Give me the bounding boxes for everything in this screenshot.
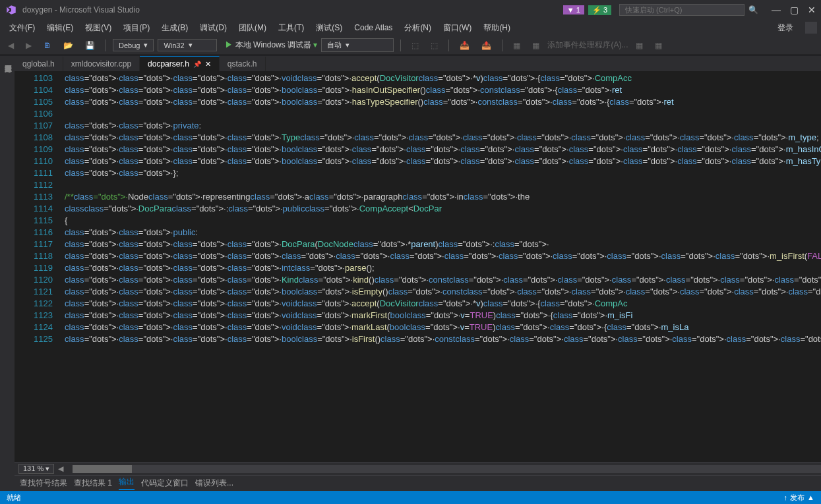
status-ready: 就绪 — [7, 493, 784, 503]
close-button[interactable]: ✕ — [808, 5, 816, 15]
code-content[interactable]: class="dots">·class="dots">·class="dots"… — [61, 71, 821, 462]
publish-button[interactable]: ↑ 发布 ▲ — [784, 493, 814, 503]
tool-icon-4[interactable]: 📤 — [477, 40, 495, 51]
menu-analyze[interactable]: 分析(N) — [399, 20, 437, 36]
h-scrollbar[interactable] — [73, 465, 821, 473]
avatar[interactable] — [805, 22, 817, 34]
notification-flag-badge[interactable]: ▼ 1 — [563, 5, 584, 14]
side-tool-tabs[interactable]: 数据库对象资源管理器 — [0, 55, 15, 491]
menu-help[interactable]: 帮助(H) — [478, 20, 516, 36]
menu-window[interactable]: 窗口(W) — [438, 20, 477, 36]
menu-file[interactable]: 文件(F) — [4, 20, 40, 36]
output-tab[interactable]: 输出 — [119, 476, 135, 490]
menu-build[interactable]: 生成(B) — [156, 20, 193, 36]
editor-pane: qglobal.hxmldocvisitor.cppdocparser.h📌✕q… — [15, 55, 821, 491]
maximize-button[interactable]: ▢ — [790, 5, 799, 15]
config-dropdown[interactable]: Debug ▾ — [113, 39, 154, 51]
output-tab[interactable]: 查找符号结果 — [20, 478, 67, 489]
open-file-icon[interactable]: 📂 — [59, 40, 77, 51]
notification-bolt-badge[interactable]: ⚡ 3 — [588, 5, 611, 15]
tool-icon-3[interactable]: 📥 — [456, 40, 473, 51]
tool-icon-1[interactable]: ⬚ — [408, 40, 423, 51]
tool-icon-5[interactable]: ▦ — [509, 40, 524, 51]
menu-tools[interactable]: 工具(T) — [273, 20, 309, 36]
tool-icon-7[interactable]: ▦ — [632, 40, 647, 51]
menu-debug[interactable]: 调试(D) — [195, 20, 232, 36]
menu-bar: 文件(F) 编辑(E) 视图(V) 项目(P) 生成(B) 调试(D) 团队(M… — [0, 20, 821, 36]
tool-icon-6[interactable]: ▦ — [528, 40, 543, 51]
menu-view[interactable]: 视图(V) — [80, 20, 117, 36]
menu-team[interactable]: 团队(M) — [233, 20, 272, 36]
run-button[interactable]: ▶ 本地 Windows 调试器 ▾ — [225, 40, 317, 51]
platform-dropdown[interactable]: Win32 ▾ — [158, 39, 217, 51]
menu-edit[interactable]: 编辑(E) — [42, 20, 78, 36]
minimize-button[interactable]: ― — [772, 5, 781, 15]
login-link[interactable]: 登录 — [771, 20, 800, 36]
status-bar: 就绪 ↑ 发布 ▲ — [0, 491, 821, 504]
tool-icon-2[interactable]: ⬚ — [427, 40, 442, 51]
vs-icon — [5, 4, 17, 16]
output-tab[interactable]: 查找结果 1 — [74, 478, 112, 489]
back-button[interactable]: ◀ — [4, 40, 18, 51]
menu-code-atlas[interactable]: Code Atlas — [349, 21, 398, 34]
doc-tab[interactable]: xmldocvisitor.cpp — [63, 57, 140, 71]
doc-tab[interactable]: qglobal.h — [15, 57, 63, 71]
title-bar: doxygen - Microsoft Visual Studio ▼ 1 ⚡ … — [0, 0, 821, 20]
menu-test[interactable]: 测试(S) — [311, 20, 348, 36]
new-file-icon[interactable]: 🗎 — [40, 40, 55, 51]
zoom-dropdown[interactable]: 131 % ▾ — [18, 464, 54, 474]
toolbar: ◀ ▶ 🗎 📂 💾 Debug ▾ Win32 ▾ ▶ 本地 Windows 调… — [0, 36, 821, 55]
target-dropdown[interactable]: 自动 ▾ — [321, 38, 394, 52]
line-gutter: 1103110411051106110711081109111011111112… — [15, 71, 61, 462]
forward-button[interactable]: ▶ — [22, 40, 36, 51]
output-tab[interactable]: 错误列表... — [195, 478, 233, 489]
save-all-icon[interactable]: 💾 — [81, 40, 99, 51]
menu-project[interactable]: 项目(P) — [118, 20, 155, 36]
scroll-left-icon[interactable]: ◀ — [58, 464, 63, 473]
doc-tab[interactable]: docparser.h📌✕ — [140, 56, 220, 71]
quick-launch-input[interactable] — [619, 4, 745, 16]
output-tab[interactable]: 代码定义窗口 — [141, 478, 189, 489]
doc-tab[interactable]: qstack.h — [220, 57, 266, 71]
search-icon[interactable]: 🔍 — [748, 5, 758, 14]
window-title: doxygen - Microsoft Visual Studio — [22, 5, 563, 14]
event-handler-hint: 添加事件处理程序(A)... — [547, 40, 628, 51]
output-tab-strip: 查找符号结果查找结果 1输出代码定义窗口错误列表... — [15, 475, 821, 491]
tool-icon-8[interactable]: ▦ — [651, 40, 666, 51]
